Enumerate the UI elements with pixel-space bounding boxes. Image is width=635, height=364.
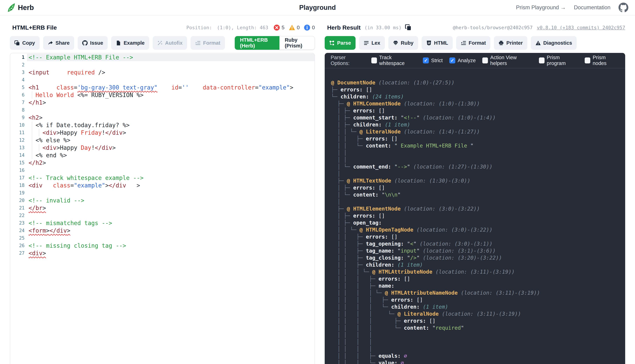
printer-button[interactable]: Printer [494,36,527,50]
checkbox-analyze-checked[interactable] [449,58,455,64]
ast-tree-line: │ │ │ │ [331,346,625,352]
github-icon[interactable] [618,3,628,12]
line-number: 22 [10,212,27,219]
ast-tree-line: │ [331,170,625,177]
ast-tree-line: │ │ └─ @ HTMLOpenTagNode (location: (3:0… [331,226,625,233]
ast-tree-line: │ ├─ errors: [] [331,107,625,114]
result-output: Parser Options: Track whitespaceStrictAn… [325,53,625,364]
checkbox-prism-program-unchecked[interactable] [539,58,544,64]
code-line-content: <% if Date.today.friday? %> [27,122,314,129]
result-toolbar: ParseLexRubyHTMLFormatPrinterDiagnostics [325,36,625,50]
copy-result-button[interactable] [405,24,411,31]
ast-tree-line: │ │ [331,156,625,163]
gem-icon [393,40,398,46]
printer-icon [498,40,504,46]
share-button-label: Share [56,40,70,46]
option-analyze[interactable]: Analyze [449,55,476,66]
option-label: Track whitespace [379,55,416,66]
copy-button[interactable]: Copy [10,36,40,50]
code-line: 3<input required /> [10,69,314,76]
ast-tree-line: @ DocumentNode (location: (1:0)-(27:5)) [331,79,625,86]
code-line-content [27,106,314,114]
info-count: 0 [312,24,315,30]
warning-badge: 0 [289,24,300,31]
ruby-button[interactable]: Ruby [388,36,418,50]
error-count: 5 [281,24,284,30]
list-icon [364,40,369,46]
example-button[interactable]: Example [111,36,149,50]
format-button[interactable]: Format [191,36,225,50]
code-line-content: <input required /> [27,69,314,76]
lex-button[interactable]: Lex [359,36,385,50]
format-button[interactable]: Format [456,36,490,50]
ast-tree-line: │ │ ├─ tag_opening: "<" (location: (3:0)… [331,240,625,247]
code-line-content: <div> [27,250,314,257]
line-number: 17 [10,174,27,182]
warning-count: 0 [297,24,300,30]
option-label: Prism nodes [592,55,619,66]
code-line-content: <!-- Track whitespace example --> [27,174,314,182]
source-toolbar: CopyShareIssueExampleAutofixFormat HTML+… [10,36,315,50]
share-button[interactable]: Share [43,36,74,50]
code-line: 10 <% if Date.today.friday? %> [10,122,314,129]
ast-tree-line: │ │ │ │ └─ content: "required" [331,324,625,332]
option-prism-nodes[interactable]: Prism nodes [585,55,619,66]
link-prism-playground[interactable]: Prism Playground → [516,4,566,11]
version-link[interactable]: v0.8.10 (+183 commits) 2402c957 [537,25,625,30]
line-number: 21 [10,204,27,212]
line-number: 19 [10,189,27,197]
code-line-content [27,234,314,242]
issue-button-label: Issue [90,40,103,46]
code-line-content: <div class="example"></div > [27,182,314,189]
source-panel: HTML+ERB File Position: (1:0), Length: 4… [10,21,315,364]
checkbox-prism-nodes-unchecked[interactable] [585,58,590,64]
autofix-button[interactable]: Autofix [153,36,187,50]
line-number: 26 [10,242,27,250]
link-documentation[interactable]: Documentation [574,4,610,11]
option-prism-program[interactable]: Prism program [539,55,578,66]
issue-button[interactable]: Issue [78,36,108,50]
line-number: 14 [10,152,27,159]
code-line: 7</h1> [10,99,314,106]
checkbox-strict-checked[interactable] [423,58,429,64]
ast-tree[interactable]: @ DocumentNode (location: (1:0)-(27:5))├… [325,68,625,364]
checkbox-track-whitespace-unchecked[interactable] [371,58,377,64]
code-line: 18<div class="example"></div > [10,182,314,189]
ast-tree-line: │ │ │ │ └─ @ LiteralNode (location: (3:1… [331,310,625,318]
line-number: 3 [10,69,27,76]
brand[interactable]: Herb [7,3,34,12]
lex-button-label: Lex [372,40,380,46]
format-icon [461,40,466,46]
code-line-content: <!-- Example HTML+ERB File --> [27,54,314,61]
html-button[interactable]: HTML [422,36,453,50]
tab-ruby-prism[interactable]: Ruby (Prism) [279,36,315,50]
ast-tree-line: │ │ └─ @ LiteralNode (location: (1:4)-(1… [331,128,625,135]
html-button-label: HTML [434,40,448,46]
parse-icon [329,40,335,46]
ast-tree-line: │ │ │ └─ value: ∅ [331,360,625,364]
tab-html-erb-herb[interactable]: HTML+ERB (Herb) [235,36,279,50]
code-line: 11 <div>Happy Friday!</div> [10,129,314,136]
copy-icon [14,40,20,46]
checkbox-action-view-helpers-unchecked[interactable] [482,58,488,64]
option-track-whitespace[interactable]: Track whitespace [371,55,416,66]
ast-tree-line: │ │ │ │ ├─ errors: [] [331,318,625,324]
code-line-content: <h1 class='bg-gray-300 text-gray" id='' … [27,84,314,91]
ast-tree-line: ├─ @ HTMLElementNode (location: (3:0)-(3… [331,205,625,212]
option-strict[interactable]: Strict [423,55,443,66]
code-line-content: <% end %> [27,152,314,159]
option-label: Prism program [547,55,578,66]
line-number: 12 [10,136,27,144]
code-line-content [27,61,314,69]
ast-tree-line: │ │ [331,149,625,156]
line-number: 25 [10,234,27,242]
ast-tree-line: │ └─ comment_end: "-->" (location: (1:27… [331,163,625,170]
code-editor[interactable]: 1<!-- Example HTML+ERB File -->23<input … [10,53,315,364]
diagnostics-button[interactable]: Diagnostics [531,36,577,50]
ast-tree-line: └─ children: (24 items) [331,93,625,100]
info-badge: 0 [304,24,315,31]
option-action-view-helpers[interactable]: Action View helpers [482,55,532,66]
ast-tree-line: │ [331,198,625,205]
ast-tree-line: │ ├─ open_tag: [331,219,625,226]
parse-button[interactable]: Parse [325,36,356,50]
